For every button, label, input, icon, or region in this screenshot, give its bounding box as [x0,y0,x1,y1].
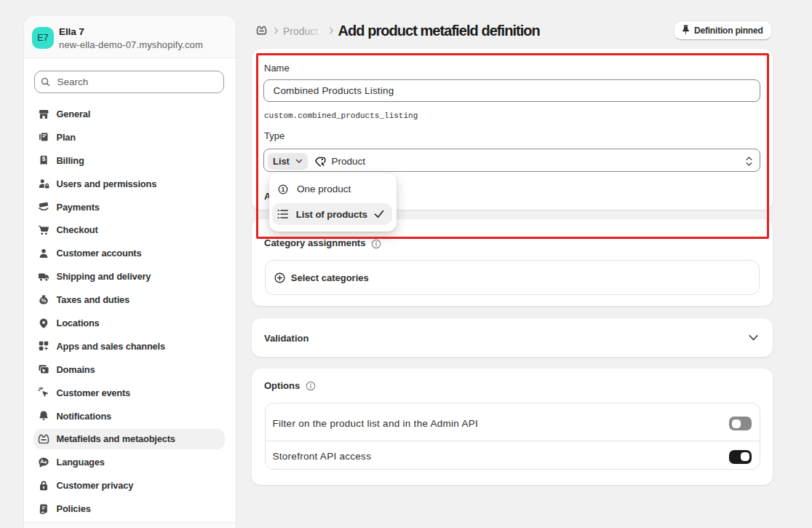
svg-text:$: $ [42,156,46,163]
svg-text:1: 1 [281,186,284,193]
svg-text:✶: ✶ [44,460,47,465]
svg-text:%: % [41,297,47,304]
